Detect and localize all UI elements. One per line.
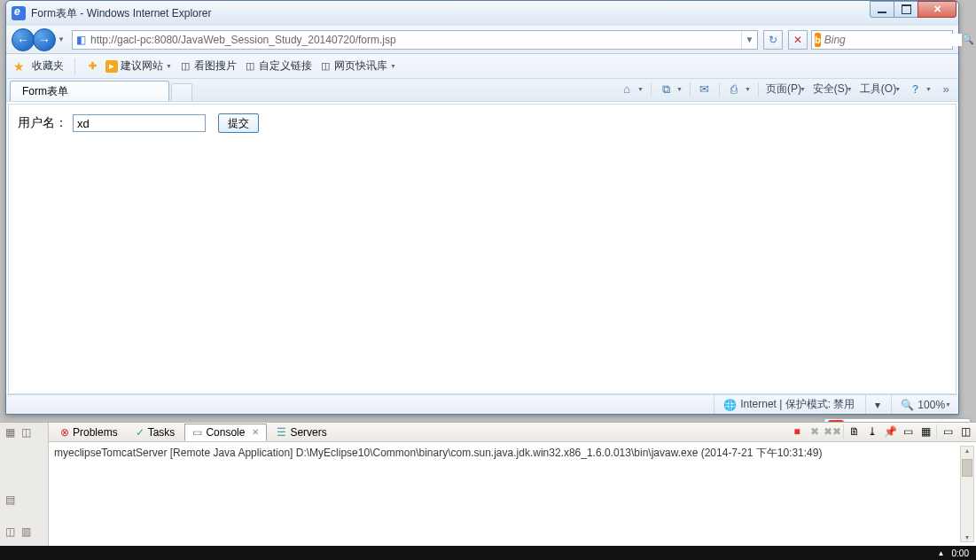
clock[interactable]: 0:00 <box>952 548 969 558</box>
page-content: 用户名： 提交 <box>8 104 956 394</box>
view-icon[interactable]: ◫ <box>21 426 35 440</box>
tab-console[interactable]: ▭Console✕ <box>184 424 267 441</box>
tools-menu[interactable]: 工具(O)▼ <box>860 82 901 97</box>
separator <box>74 58 75 74</box>
print-icon[interactable]: ⎙ <box>727 82 741 97</box>
display-console-icon[interactable]: ▭ <box>901 424 915 439</box>
maximize-button[interactable] <box>894 1 918 18</box>
separator <box>719 82 720 97</box>
safety-menu[interactable]: 安全(S)▼ <box>813 82 853 97</box>
scrollbar-thumb[interactable] <box>962 459 972 477</box>
mail-icon[interactable]: ✉ <box>698 82 712 97</box>
fav-item-suggested[interactable]: ▸建议网站▼ <box>105 58 172 74</box>
refresh-button[interactable]: ↻ <box>763 30 783 50</box>
globe-icon: 🌐 <box>723 399 737 411</box>
taskbar[interactable]: ▲ 0:00 <box>0 546 976 560</box>
username-input[interactable] <box>73 114 206 132</box>
zone-text: Internet | 保护模式: 禁用 <box>740 397 855 412</box>
nav-bar: ← → ▼ ◧ ▼ ↻ ✕ b 🔍 <box>6 26 958 54</box>
tab-title: Form表单 <box>22 84 68 99</box>
forward-button[interactable]: → <box>33 28 56 51</box>
separator <box>843 424 844 439</box>
fav-label-slices: 网页快讯库 <box>334 58 387 74</box>
tab-problems[interactable]: ⊗Problems <box>52 424 126 441</box>
tab-tasks[interactable]: ✓Tasks <box>128 424 183 441</box>
view-icon[interactable]: ◫ <box>5 525 20 540</box>
view-icon[interactable]: ▤ <box>5 494 20 508</box>
submit-button[interactable]: 提交 <box>218 113 259 133</box>
separator <box>690 82 691 97</box>
search-go-button[interactable]: 🔍 <box>962 34 974 45</box>
nav-buttons: ← → ▼ <box>12 28 68 51</box>
console-content[interactable]: myeclipseTomcatServer [Remote Java Appli… <box>49 442 976 546</box>
view-icon[interactable]: ▦ <box>5 426 20 440</box>
close-icon[interactable]: ✕ <box>252 427 259 437</box>
eclipse-panel: ▦ ◫ ▤ ◫ ▥ ⊗Problems ✓Tasks ▭Console✕ ☰Se… <box>0 422 976 546</box>
address-dropdown[interactable]: ▼ <box>741 31 757 49</box>
address-bar[interactable]: ◧ ▼ <box>72 30 758 50</box>
minimize-view-icon[interactable]: ▭ <box>941 424 955 439</box>
expand-icon[interactable]: » <box>939 82 953 97</box>
tasks-icon: ✓ <box>136 426 144 439</box>
scroll-lock-icon[interactable]: ⤓ <box>865 424 879 439</box>
tray-arrow-icon[interactable]: ▲ <box>938 549 945 557</box>
separator <box>936 424 937 439</box>
fav-item-image-search[interactable]: ◫看图搜片 <box>179 58 237 74</box>
chevron-down-icon: ▼ <box>390 63 396 69</box>
fav-item-web-slices[interactable]: ◫网页快讯库▼ <box>319 58 396 74</box>
page-icon: ◧ <box>73 34 89 46</box>
tab-servers[interactable]: ☰Servers <box>269 424 334 441</box>
separator <box>758 82 759 97</box>
bookmark-icon: ◫ <box>319 60 332 73</box>
eclipse-main: ⊗Problems ✓Tasks ▭Console✕ ☰Servers ■ ✖ … <box>49 423 976 546</box>
bookmark-icon: ◫ <box>179 60 191 73</box>
feeds-icon[interactable]: ⧉ <box>659 82 673 97</box>
zone-indicator[interactable]: 🌐 Internet | 保护模式: 禁用 <box>714 395 855 414</box>
titlebar[interactable]: Form表单 - Windows Internet Explorer <box>6 1 958 26</box>
open-console-icon[interactable]: ▦ <box>918 424 933 439</box>
search-bar[interactable]: b 🔍 <box>811 30 953 50</box>
url-input[interactable] <box>89 31 741 49</box>
add-favorite-icon[interactable]: ✚ <box>86 60 98 73</box>
remove-launch-icon[interactable]: ✖ <box>808 424 822 439</box>
new-tab-button[interactable] <box>171 83 192 101</box>
fav-item-custom-links[interactable]: ◫自定义链接 <box>244 58 312 74</box>
protected-mode-dropdown[interactable]: ▾ <box>865 395 880 414</box>
console-icon: ▭ <box>192 426 202 439</box>
favorites-label[interactable]: 收藏夹 <box>32 58 64 74</box>
help-icon[interactable]: ？ <box>908 82 922 97</box>
zoom-value: 100% <box>917 399 945 411</box>
view-icon[interactable]: ▥ <box>21 525 35 540</box>
search-input[interactable] <box>821 34 962 46</box>
pin-console-icon[interactable]: 📌 <box>883 424 897 439</box>
fav-label-suggested: 建议网站 <box>121 58 163 74</box>
zoom-control[interactable]: 🔍 100% ▼ <box>891 395 951 414</box>
window-title: Form表单 - Windows Internet Explorer <box>31 6 211 21</box>
eclipse-tabbar: ⊗Problems ✓Tasks ▭Console✕ ☰Servers ■ ✖ … <box>49 423 976 442</box>
remove-all-icon[interactable]: ✖✖ <box>825 424 839 439</box>
command-bar: ⌂▼ ⧉▼ ✉ ⎙▼ 页面(P)▼ 安全(S)▼ 工具(O)▼ ？▼ » <box>620 82 953 97</box>
console-toolbar: ■ ✖ ✖✖ 🗎 ⤓ 📌 ▭ ▦ ▭ ◫ <box>790 424 972 439</box>
ie-logo-icon <box>12 6 26 20</box>
fav-label-image: 看图搜片 <box>194 58 237 74</box>
chevron-down-icon[interactable]: ▼ <box>676 86 683 92</box>
page-menu[interactable]: 页面(P)▼ <box>766 82 806 97</box>
scrollbar[interactable] <box>960 446 974 542</box>
chevron-down-icon[interactable]: ▼ <box>637 86 644 92</box>
tab-form[interactable]: Form表单 <box>10 81 169 101</box>
favorites-star-icon[interactable]: ★ <box>13 59 25 74</box>
nav-history-dropdown[interactable]: ▼ <box>58 35 68 43</box>
back-button[interactable]: ← <box>12 28 35 51</box>
maximize-view-icon[interactable]: ◫ <box>958 424 972 439</box>
stop-button[interactable]: ✕ <box>788 30 808 50</box>
chevron-down-icon[interactable]: ▼ <box>925 86 932 92</box>
fav-label-custom: 自定义链接 <box>259 58 312 74</box>
clear-console-icon[interactable]: 🗎 <box>847 424 862 439</box>
home-icon[interactable]: ⌂ <box>620 82 634 97</box>
username-form: 用户名： 提交 <box>18 113 947 133</box>
minimize-button[interactable] <box>870 1 894 18</box>
terminate-icon[interactable]: ■ <box>790 424 804 439</box>
status-bar: 🌐 Internet | 保护模式: 禁用 ▾ 🔍 100% ▼ <box>6 394 958 414</box>
close-button[interactable] <box>917 1 956 18</box>
chevron-down-icon[interactable]: ▼ <box>745 86 751 92</box>
